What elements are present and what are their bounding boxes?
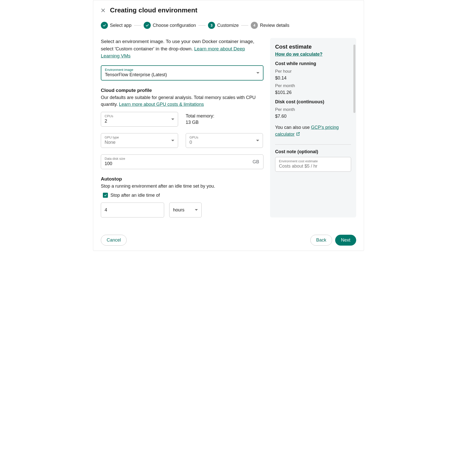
field-value: 0 [189,140,259,145]
cost-note-heading: Cost note (optional) [275,149,351,154]
also-use-text: You can also use GCP's pricing calculato… [275,124,351,138]
field-value: None [105,140,174,145]
autostop-desc: Stop a running environment after an idle… [101,183,263,190]
create-cloud-env-modal: Creating cloud environment Select app Ch… [93,0,364,251]
field-value: 100 [105,161,260,166]
field-label: GPU type [105,135,174,139]
autostop-checkbox-row[interactable]: Stop after an idle time of [103,193,263,198]
autostop-heading: Autostop [101,176,263,182]
cost-title: Cost estimate [275,44,351,50]
content-row: Select an environment image. To use your… [101,38,356,217]
cost-running-heading: Cost while running [275,61,351,66]
disk-per-month-value: $7.60 [275,114,351,119]
chevron-down-icon [256,140,259,141]
back-button[interactable]: Back [310,235,332,246]
cost-note-input[interactable]: Environment cost estimate Costs about $5… [275,157,351,172]
checkbox-label: Stop after an idle time of [110,193,160,198]
idle-duration-input[interactable]: 4 [101,203,164,217]
external-link-icon [296,131,300,138]
step-label: Choose configuration [153,23,196,28]
how-calculate-link[interactable]: How do we calculate? [275,52,322,57]
gpus-select[interactable]: GPUs 0 [186,133,263,148]
intro-text: Select an environment image. To use your… [101,38,263,60]
compute-heading: Cloud compute profile [101,88,263,93]
field-label: Environment image [105,68,259,72]
learn-more-gpu-link[interactable]: Learn more about GPU costs & limitations [119,102,204,107]
env-image-select[interactable]: Environment image TensorFlow Enterprise … [101,65,263,81]
memory-label: Total memory: [186,113,214,119]
step-select-app[interactable]: Select app [101,22,131,29]
checkbox-checked-icon[interactable] [103,193,108,198]
next-button[interactable]: Next [335,235,356,246]
compute-desc: Our defaults are suitable for general an… [101,94,263,108]
chevron-down-icon [171,118,174,120]
field-value: TensorFlow Enterprise (Latest) [105,72,259,77]
chevron-down-icon [171,140,174,141]
also-text-span: You can also use [275,125,311,130]
step-review-details: 4 Review details [251,22,289,29]
disk-unit-suffix: GB [253,159,259,164]
per-hour-label: Per hour [275,69,351,74]
field-label: CPUs [105,114,174,118]
left-column: Select an environment image. To use your… [101,38,263,217]
divider [275,144,351,145]
per-month-value: $101.26 [275,90,351,95]
cost-estimate-panel: Cost estimate How do we calculate? Cost … [270,38,356,217]
step-choose-configuration[interactable]: Choose configuration [144,22,196,29]
disk-size-input[interactable]: Data disk size 100 GB [101,154,263,169]
step-label: Select app [110,23,131,28]
step-number-icon: 4 [251,22,258,29]
field-value: Costs about $5 / hr [279,164,347,169]
step-customize[interactable]: 3 Customize [208,22,239,29]
step-connector [134,25,141,26]
field-label: Environment cost estimate [279,159,347,163]
field-label: GPUs [189,135,259,139]
disk-cost-heading: Disk cost (continuous) [275,99,351,105]
modal-title: Creating cloud environment [110,6,197,14]
cancel-button[interactable]: Cancel [101,235,127,246]
step-number-icon: 3 [208,22,215,29]
chevron-down-icon [256,72,259,74]
per-month-label: Per month [275,83,351,88]
memory-value: 13 GB [186,120,214,125]
disk-per-month-label: Per month [275,107,351,112]
field-label: Data disk size [105,157,260,161]
modal-header: Creating cloud environment [101,6,356,14]
chevron-down-icon [195,209,198,211]
cpus-select[interactable]: CPUs 2 [101,112,178,127]
footer: Cancel Back Next [101,230,356,246]
step-label: Review details [260,23,289,28]
close-icon[interactable] [101,8,105,13]
step-connector [198,25,205,26]
idle-unit-value: hours [173,207,184,212]
field-value: 2 [105,118,174,124]
checkmark-icon [144,22,151,29]
stepper: Select app Choose configuration 3 Custom… [101,22,356,29]
per-hour-value: $0.14 [275,75,351,81]
total-memory-display: Total memory: 13 GB [186,112,214,125]
step-connector [241,25,248,26]
idle-unit-select[interactable]: hours [169,203,202,217]
gpu-type-select[interactable]: GPU type None [101,133,178,148]
checkmark-icon [101,22,108,29]
step-label: Customize [217,23,239,28]
